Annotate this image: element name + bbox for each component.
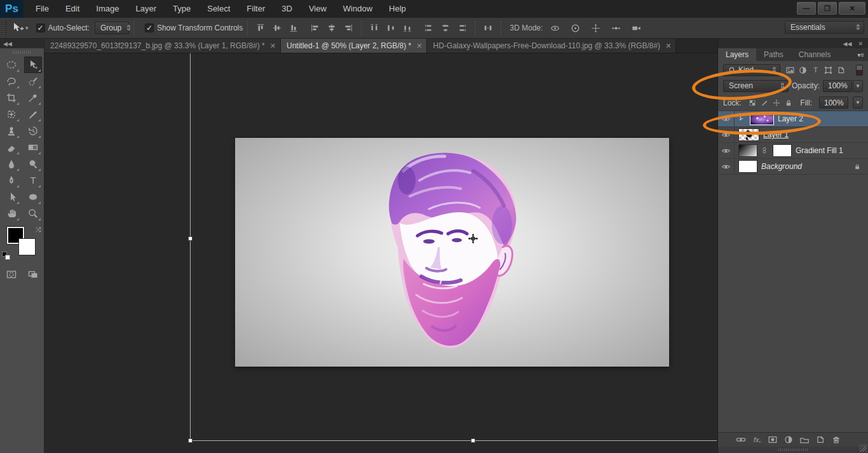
tool-gradient[interactable]: [24, 139, 42, 156]
opacity-value[interactable]: 100%: [823, 80, 852, 92]
align-vertical-centers-button[interactable]: [269, 21, 285, 35]
tool-quick-mask[interactable]: [3, 266, 20, 283]
delete-layer-icon[interactable]: [831, 435, 841, 445]
align-left-edges-button[interactable]: [308, 21, 323, 35]
document-tab[interactable]: 22489329570_6013f29137_b.jpg @ 33.3% (La…: [44, 39, 281, 53]
layer-row-gradient-fill-1[interactable]: Gradient Fill 1: [718, 143, 868, 159]
move-tool-icon[interactable]: [11, 22, 24, 34]
3d-camera-button[interactable]: [628, 21, 644, 35]
tool-hand[interactable]: [3, 205, 20, 222]
tool-blur[interactable]: [3, 156, 20, 172]
tool-elliptical-marquee[interactable]: [3, 57, 20, 73]
auto-select-checkbox[interactable]: ✓: [36, 24, 45, 32]
menu-layer[interactable]: Layer: [128, 0, 165, 18]
distribute-left-edges-button[interactable]: [421, 21, 437, 35]
tool-lasso[interactable]: [3, 73, 20, 90]
tool-pen[interactable]: [3, 172, 20, 189]
close-tab-icon[interactable]: ✕: [665, 42, 671, 50]
lock-image-pixels-icon[interactable]: [760, 98, 769, 107]
3d-slide-button[interactable]: [608, 21, 623, 35]
filter-adjustment-layers-icon[interactable]: [798, 65, 808, 75]
options-bar-grip[interactable]: [1, 20, 6, 36]
align-horizontal-centers-button[interactable]: [324, 21, 339, 35]
3d-rotate-button[interactable]: [547, 21, 562, 35]
lock-transparent-pixels-icon[interactable]: [748, 98, 757, 107]
close-tab-icon[interactable]: ✕: [270, 42, 276, 50]
document-tab[interactable]: Untitled-1 @ 50% (Layer 2, RGB/8) *✕: [281, 39, 427, 53]
new-layer-icon[interactable]: [815, 435, 825, 445]
filter-shape-layers-icon[interactable]: [824, 65, 833, 75]
link-layers-icon[interactable]: [736, 435, 746, 445]
filter-smart-objects-icon[interactable]: [836, 65, 846, 75]
layer-thumbnail-white[interactable]: [738, 160, 757, 173]
tool-ellipse-shape[interactable]: [24, 189, 42, 205]
distribute-spacing-button[interactable]: [480, 21, 496, 35]
document-tab[interactable]: HD-Galaxy-Wallpapers-Free-Download-110.j…: [427, 39, 676, 53]
layer-row-layer-1[interactable]: Layer 1: [718, 127, 868, 143]
distribute-bottom-edges-button[interactable]: [400, 21, 415, 35]
distribute-vertical-centers-button[interactable]: [383, 21, 398, 35]
menu-edit[interactable]: Edit: [57, 0, 88, 18]
distribute-horizontal-centers-button[interactable]: [438, 21, 453, 35]
restore-icon[interactable]: ❐: [818, 2, 837, 15]
canvas-area[interactable]: [44, 53, 717, 453]
align-top-edges-button[interactable]: [253, 21, 268, 35]
menu-help[interactable]: Help: [381, 0, 414, 18]
distribute-right-edges-button[interactable]: [454, 21, 470, 35]
menu-file[interactable]: File: [27, 0, 57, 18]
tool-path-selection[interactable]: [3, 189, 20, 205]
filter-type-layers-icon[interactable]: T: [811, 65, 820, 75]
filter-pixel-layers-icon[interactable]: [785, 65, 795, 75]
show-transform-checkbox[interactable]: ✓: [145, 24, 154, 32]
tool-type[interactable]: T: [24, 172, 42, 189]
tool-dodge[interactable]: [24, 156, 42, 172]
window-resize-grip[interactable]: [859, 444, 867, 452]
layer-visibility-toggle[interactable]: [718, 127, 735, 142]
fill-dropdown-icon[interactable]: ▼: [853, 97, 863, 109]
tool-clone-stamp[interactable]: [3, 123, 20, 139]
menu-type[interactable]: Type: [165, 0, 199, 18]
panel-tab-layers[interactable]: Layers: [718, 48, 756, 61]
layer-style-fx-icon[interactable]: fx: [752, 435, 762, 445]
menu-view[interactable]: View: [301, 0, 335, 18]
distribute-top-edges-button[interactable]: [367, 21, 382, 35]
tool-zoom[interactable]: [24, 205, 42, 222]
new-adjustment-layer-icon[interactable]: [783, 435, 794, 445]
toolbar-grip[interactable]: [13, 51, 32, 54]
close-tab-icon[interactable]: ✕: [416, 42, 422, 50]
toolbar-collapse-icon[interactable]: ◀◀: [0, 39, 44, 48]
filter-kind-dropdown[interactable]: Kind ⇕: [723, 64, 780, 76]
tool-eyedropper[interactable]: [24, 90, 42, 106]
layer-thumbnail-gradient[interactable]: [738, 144, 757, 157]
tool-screen-mode[interactable]: [24, 266, 42, 283]
tool-history-brush[interactable]: [24, 123, 42, 139]
3d-roll-button[interactable]: [567, 21, 583, 35]
tool-brush[interactable]: [24, 106, 42, 123]
transform-box-left-edge[interactable]: [190, 53, 191, 441]
align-right-edges-button[interactable]: [341, 21, 356, 35]
layer-visibility-toggle[interactable]: [718, 159, 735, 174]
default-colors-icon[interactable]: [2, 252, 10, 260]
layer-row-layer-2[interactable]: Layer 2: [718, 111, 868, 127]
layer-visibility-toggle[interactable]: [718, 111, 735, 126]
close-icon[interactable]: ✕: [839, 2, 865, 15]
close-panel-icon[interactable]: ✕: [858, 41, 863, 47]
layer-thumbnail-checker[interactable]: [738, 128, 759, 141]
canvas[interactable]: [235, 138, 669, 367]
panel-tab-paths[interactable]: Paths: [756, 48, 791, 61]
layer-thumbnail-galaxy[interactable]: [750, 112, 774, 125]
opacity-dropdown-icon[interactable]: ▼: [853, 80, 863, 92]
workspace-dropdown[interactable]: Essentials ⇕: [785, 21, 864, 34]
align-bottom-edges-button[interactable]: [286, 21, 301, 35]
lock-all-icon[interactable]: [784, 98, 793, 107]
background-color-swatch[interactable]: [18, 238, 36, 255]
layer-row-background[interactable]: Background: [718, 159, 868, 175]
lock-position-icon[interactable]: [772, 98, 781, 107]
transform-handle-left[interactable]: [188, 236, 193, 241]
transform-box-bottom-edge[interactable]: [190, 440, 717, 441]
panel-tab-channels[interactable]: Channels: [791, 48, 839, 61]
panel-menu-icon[interactable]: ▾≡: [857, 48, 868, 61]
menu-image[interactable]: Image: [88, 0, 127, 18]
tool-crop[interactable]: [3, 90, 20, 106]
tool-eraser[interactable]: [3, 139, 20, 156]
